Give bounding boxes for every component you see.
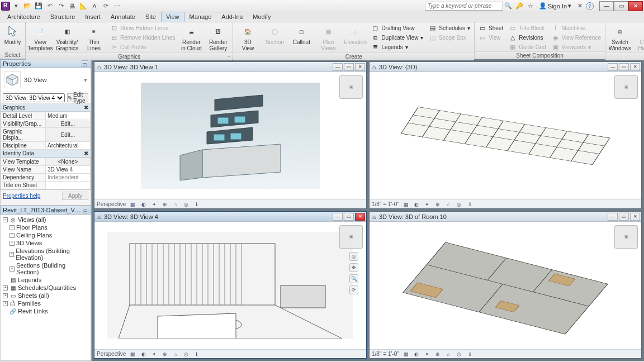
tab-architecture[interactable]: Architecture	[2, 12, 45, 22]
view4-max-button[interactable]: ▭	[619, 213, 629, 221]
view-canvas-3[interactable]: ▣ ◎✥🔍⟳	[94, 222, 366, 349]
minimize-button[interactable]: —	[599, 1, 614, 11]
prop-view-name-value[interactable]: 3D View 4	[46, 166, 91, 174]
scale-label-2[interactable]: 1/8" = 1'-0"	[372, 201, 399, 207]
view-templates-button[interactable]: 📄View Templates	[28, 23, 53, 53]
tab-insert[interactable]: Insert	[80, 12, 106, 22]
tab-structure[interactable]: Structure	[45, 12, 80, 22]
help-icon[interactable]: ?	[586, 2, 594, 10]
vf-icon[interactable]: ℹ	[466, 201, 473, 208]
3d-view-button[interactable]: 🏠3D View	[235, 23, 260, 53]
key-icon[interactable]: 🔑	[514, 1, 524, 11]
legends-button[interactable]: ≣Legends ▾	[370, 42, 425, 51]
nav-bar[interactable]: ◎✥🔍⟳	[349, 252, 358, 294]
vf-icon[interactable]: ▦	[129, 201, 136, 208]
tree-elevations[interactable]: +Elevations (Building Elevation)	[2, 247, 89, 261]
open-icon[interactable]: 📂	[22, 1, 32, 11]
scale-label-4[interactable]: 1/8" = 1'-0"	[372, 351, 399, 357]
remove-hidden-lines-button[interactable]: ⊟Remove Hidden Lines	[108, 33, 177, 42]
view4-min-button[interactable]: —	[608, 213, 618, 221]
callout-button[interactable]: ◻Callout	[289, 23, 314, 46]
view2-min-button[interactable]: —	[608, 63, 618, 71]
instance-selector[interactable]: 3D View: 3D View 4	[3, 93, 65, 102]
vf-icon[interactable]: ⊕	[161, 201, 168, 208]
properties-help-link[interactable]: Properties help	[3, 193, 40, 199]
prop-graphic-display-edit[interactable]: Edit...	[46, 128, 91, 142]
tree-revit-links[interactable]: +🔗Revit Links	[2, 307, 89, 315]
prop-title-on-sheet-value[interactable]	[46, 182, 91, 189]
zoom-icon[interactable]: 🔍	[349, 274, 358, 283]
tree-3d-views[interactable]: +3D Views	[2, 239, 89, 247]
edit-type-button[interactable]: ✎ Edit Type	[67, 93, 88, 102]
view1-max-button[interactable]: ▭	[344, 63, 354, 71]
switch-windows-button[interactable]: ⧉Switch Windows	[608, 23, 632, 53]
scale-label-3[interactable]: Perspective	[97, 351, 126, 357]
vf-icon[interactable]: ◐	[413, 350, 420, 358]
cut-profile-button[interactable]: ✂Cut Profile	[108, 42, 177, 51]
browser-header[interactable]: Revit_LT_2013-Dataset_V5.rvt - Proje... …	[0, 206, 91, 215]
undo-icon[interactable]: ↶	[45, 1, 55, 11]
vf-icon[interactable]: ⊕	[434, 350, 442, 358]
place-view-button[interactable]: ▭View	[477, 33, 505, 42]
app-icon[interactable]	[1, 2, 10, 11]
revisions-button[interactable]: △Revisions	[507, 33, 547, 42]
tab-view[interactable]: View	[161, 12, 184, 22]
maximize-button[interactable]: ▭	[614, 1, 628, 11]
thin-lines-button[interactable]: ≡Thin Lines	[82, 23, 106, 53]
view4-close-button[interactable]: ✕	[630, 213, 640, 221]
scale-label-1[interactable]: Perspective	[97, 201, 126, 207]
vf-icon[interactable]: ◐	[140, 350, 147, 358]
tab-annotate[interactable]: Annotate	[106, 12, 140, 22]
view3-close-button[interactable]: ✕	[355, 213, 365, 221]
star-icon[interactable]: ☆	[525, 1, 536, 11]
sign-in-button[interactable]: 👤 Sign In ▾	[537, 2, 574, 9]
view-canvas-2[interactable]: ▣	[370, 72, 641, 199]
guide-grid-button[interactable]: ▦Guide Grid	[507, 42, 547, 51]
exchange-icon[interactable]: ✕	[575, 1, 585, 11]
elevation-button[interactable]: ⌂Elevation	[343, 23, 367, 46]
category-identity[interactable]: Identity Data✖	[1, 150, 91, 158]
view2-close-button[interactable]: ✕	[630, 63, 640, 71]
render-gallery-button[interactable]: 🖼Render Gallery	[206, 23, 230, 53]
modify-button[interactable]: Modify	[2, 23, 23, 46]
vf-icon[interactable]: ⌂	[172, 201, 179, 208]
steering-wheel-icon[interactable]: ◎	[349, 252, 358, 261]
vf-icon[interactable]: ◎	[456, 201, 463, 208]
vf-icon[interactable]: ✦	[150, 201, 158, 208]
plan-views-button[interactable]: ▦Plan Views	[316, 23, 340, 53]
vf-icon[interactable]: ◐	[413, 201, 420, 208]
vf-icon[interactable]: ▦	[402, 350, 410, 358]
project-browser[interactable]: −◎Views (all) +Floor Plans +Ceiling Plan…	[0, 215, 91, 361]
view3-min-button[interactable]: —	[333, 213, 343, 221]
vf-icon[interactable]: ⌂	[172, 350, 179, 358]
type-dropdown-icon[interactable]: ▾	[84, 77, 87, 84]
browser-close-icon[interactable]: ▭	[83, 207, 88, 213]
tree-views[interactable]: −◎Views (all)	[2, 216, 89, 223]
properties-header[interactable]: Properties ▭	[0, 59, 91, 68]
category-graphics[interactable]: Graphics✖	[1, 104, 91, 112]
view1-min-button[interactable]: —	[333, 63, 343, 71]
tab-modify[interactable]: Modify	[248, 12, 276, 22]
vf-icon[interactable]: ℹ	[193, 201, 200, 208]
vf-icon[interactable]: ⊕	[434, 201, 442, 208]
vf-icon[interactable]: ▦	[129, 350, 136, 358]
tree-legends[interactable]: +▤Legends	[2, 276, 89, 284]
visibility-graphics-button[interactable]: ◧Visibility/ Graphics	[55, 23, 79, 53]
search-input[interactable]	[425, 2, 503, 11]
view-cube[interactable]: ▣	[339, 75, 363, 99]
vf-icon[interactable]: ◎	[456, 350, 463, 358]
vf-icon[interactable]: ▦	[402, 201, 410, 208]
prop-detail-level-value[interactable]: Medium	[46, 112, 91, 120]
qat-dropdown-icon[interactable]: ▾	[11, 1, 21, 11]
prop-view-template-value[interactable]: <None>	[46, 158, 91, 166]
show-hidden-lines-button[interactable]: ⊡Show Hidden Lines	[108, 23, 177, 32]
view-canvas-4[interactable]: ▣	[370, 222, 641, 349]
vf-icon[interactable]: ⊕	[161, 350, 168, 358]
sync-icon[interactable]: ⟳	[101, 1, 111, 11]
vf-icon[interactable]: ⌂	[445, 350, 452, 358]
tree-ceiling-plans[interactable]: +Ceiling Plans	[2, 231, 89, 239]
vf-icon[interactable]: ◎	[182, 350, 190, 358]
more-icon[interactable]: ⋯	[112, 1, 122, 11]
prop-discipline-value[interactable]: Architectural	[46, 142, 91, 150]
save-icon[interactable]: 💾	[34, 1, 44, 11]
